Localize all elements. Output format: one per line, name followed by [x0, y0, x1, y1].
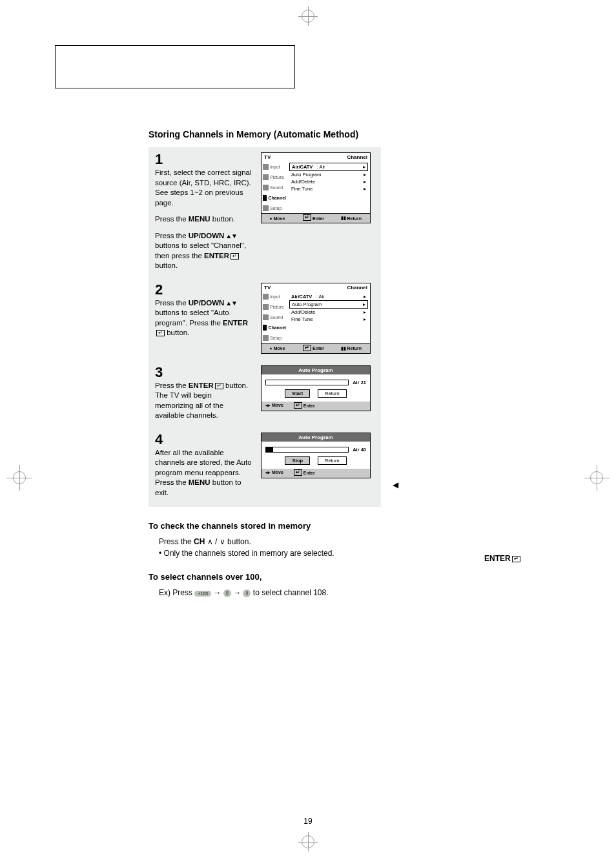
l: Input: [270, 165, 280, 169]
arrow-icon: ▸: [364, 294, 366, 300]
auto-program-panel-2: Auto Program Air 40 Stop Return ◂▸ Move: [261, 433, 371, 478]
osd-side-input: Input: [262, 161, 287, 172]
l: Enter: [303, 403, 315, 408]
progress-label: Air 21: [353, 380, 366, 385]
header-placeholder-box: [55, 45, 295, 88]
start-button: Start: [285, 389, 310, 398]
t: Press the: [155, 299, 189, 307]
step-3-text-1: Press the ENTER↵ button.: [155, 381, 252, 391]
side-marker-icon: ◀: [393, 480, 398, 489]
l: Enter: [313, 346, 324, 351]
t: Press the: [159, 537, 194, 546]
osd-side-picture: Picture: [262, 302, 287, 312]
ch-up-icon: ∧: [207, 537, 213, 546]
l: Return: [347, 216, 362, 221]
osd-tv-label: TV: [264, 285, 271, 291]
l: Enter: [313, 216, 324, 221]
picture-icon: [263, 174, 269, 180]
arrow-icon: ▸: [364, 316, 366, 322]
t: button.: [210, 215, 235, 223]
l: Move: [272, 470, 283, 475]
footer-return: ▮▮ Return: [341, 215, 362, 221]
step-4-text-1: After all the available channels are sto…: [155, 448, 252, 478]
l: Picture: [270, 175, 284, 179]
footer-enter: ↵ Enter: [302, 215, 324, 221]
crop-mark-top: [298, 6, 318, 26]
osd-tv-label: TV: [264, 154, 271, 160]
enter-icon: ↵: [512, 556, 520, 562]
arrow-icon: ▸: [363, 164, 365, 170]
l: Sound: [270, 315, 283, 320]
l: Channel: [268, 325, 286, 330]
check-heading: To check the channels stored in memory: [149, 521, 523, 531]
step-2-text: Press the UP/DOWN ▲▼ buttons to select "…: [155, 298, 252, 338]
l: Auto Program: [291, 172, 321, 178]
arrow-icon: ▸: [364, 179, 366, 185]
enter-label: ENTER: [189, 382, 214, 389]
l: Enter: [303, 471, 315, 475]
l: Fine Tune: [291, 316, 313, 322]
osd-side-sound: Sound: [262, 312, 287, 323]
channel-icon: [263, 325, 267, 331]
osd-screenshot-1: TV Channel Input Picture Sound Channel S…: [261, 152, 371, 223]
step-1-text-2: Press the MENU button.: [155, 214, 252, 225]
input-icon: [263, 294, 269, 300]
enter-label-right: ENTER↵: [484, 554, 520, 563]
page-number: 19: [303, 817, 312, 826]
updown-icon: ▲▼: [224, 232, 237, 240]
footer-enter: ↵ Enter: [302, 345, 324, 352]
progress-label: Air 40: [353, 447, 366, 453]
l: Picture: [270, 305, 284, 309]
step-2-number: 2: [155, 283, 252, 297]
enter-label: ENTER: [204, 252, 229, 260]
enter-icon: ↵: [294, 469, 302, 476]
osd-row-autoprogram: Auto Program▸: [289, 171, 368, 178]
return-button: Return: [318, 456, 347, 465]
osd-side-channel: Channel: [262, 192, 287, 203]
l: Input: [270, 294, 280, 299]
auto-footer: ◂▸ Move ↵ Enter: [262, 469, 370, 478]
footer-move: ◂▸ Move: [265, 470, 283, 476]
auto-title: Auto Program: [262, 366, 370, 374]
arrow-icon: ▸: [364, 172, 366, 178]
t: →: [211, 588, 223, 597]
l: Auto Program: [292, 301, 322, 307]
footer-enter: ↵ Enter: [293, 403, 315, 409]
step-3-text-2: The TV will begin memorizing all of the …: [155, 391, 252, 421]
over100-line: Ex) Press +100 → 0 → 8 to select channel…: [159, 588, 523, 597]
t: buttons to select "Auto program". Press …: [155, 309, 229, 327]
osd-channel-label: Channel: [347, 154, 367, 160]
l: Fine Tune: [291, 186, 313, 192]
v: : Air: [317, 164, 325, 170]
return-button: Return: [318, 389, 347, 398]
menu-label: MENU: [189, 215, 210, 223]
osd-screenshot-2: TV Channel Input Picture Sound Channel S…: [261, 283, 371, 354]
enter-icon: ↵: [231, 253, 239, 260]
l: Setup: [270, 336, 282, 340]
sound-icon: [263, 314, 269, 320]
osd-row-adddelete: Add/Delete▸: [289, 309, 368, 316]
l: Sound: [270, 185, 283, 190]
l: Air/CATV: [292, 164, 313, 170]
picture-icon: [263, 304, 269, 310]
check-bullet: Only the channels stored in memory are s…: [159, 549, 523, 558]
t: Press the: [155, 215, 189, 223]
menu-label: MENU: [189, 478, 210, 486]
osd-row-autoprogram: Auto Program▸: [289, 300, 368, 309]
auto-title: Auto Program: [262, 433, 370, 442]
osd-side-input: Input: [262, 292, 287, 302]
over100-heading: To select channels over 100,: [149, 572, 523, 582]
enter-label: ENTER: [223, 319, 248, 327]
updown-label: UP/DOWN: [189, 232, 225, 240]
arrow-icon: ▸: [364, 309, 366, 315]
enter-icon: ↵: [215, 383, 223, 389]
updown-icon: ▲▼: [224, 300, 237, 307]
arrow-icon: ▸: [363, 301, 365, 307]
l: Move: [273, 216, 285, 221]
step-1-text-3: Press the UP/DOWN ▲▼ buttons to select "…: [155, 231, 252, 271]
progress-bar: [265, 447, 349, 453]
input-icon: [263, 164, 269, 170]
t: Press the: [155, 478, 189, 486]
l: Move: [272, 403, 283, 407]
l: Move: [273, 346, 285, 351]
